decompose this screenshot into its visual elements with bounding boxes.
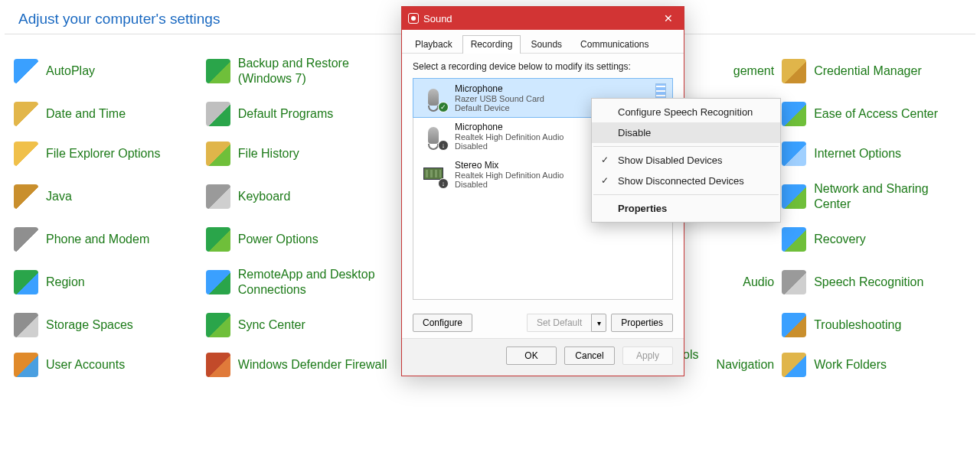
category-icon-wrap — [14, 227, 38, 252]
sound-icon — [408, 13, 419, 24]
category-label[interactable]: Region — [46, 275, 85, 290]
category-icon — [782, 184, 806, 209]
category-icon — [206, 184, 230, 209]
category-icon — [782, 313, 806, 337]
properties-button[interactable]: Properties — [611, 314, 673, 332]
category-icon — [782, 227, 806, 252]
ok-button[interactable]: OK — [506, 346, 557, 365]
cp-item-recovery[interactable]: Recovery — [782, 224, 966, 255]
category-label[interactable]: Speech Recognition — [814, 275, 923, 290]
category-label[interactable]: Internet Options — [814, 146, 901, 161]
category-label[interactable]: RemoteApp and Desktop Connections — [238, 267, 390, 298]
device-text: MicrophoneRealtek High Definition AudioD… — [455, 122, 564, 151]
cp-item-troubleshooting[interactable]: Troubleshooting — [782, 310, 966, 340]
device-desc: Realtek High Definition Audio — [455, 132, 564, 142]
category-label[interactable]: Sync Center — [238, 317, 305, 333]
category-icon — [14, 227, 38, 252]
set-default-button[interactable]: Set Default — [527, 314, 591, 332]
category-label[interactable]: Java — [46, 189, 72, 204]
category-label[interactable]: Keyboard — [238, 189, 291, 204]
cp-item-work-folders[interactable]: Work Folders — [782, 350, 966, 380]
chevron-down-icon[interactable]: ▾ — [591, 314, 606, 332]
cp-item-java[interactable]: Java — [14, 178, 198, 215]
cancel-button[interactable]: Cancel — [564, 346, 615, 365]
menu-item-show-disconnected-devices[interactable]: Show Disconnected Devices — [592, 171, 780, 191]
device-state: Disabled — [455, 180, 564, 189]
cp-item-power-options[interactable]: Power Options — [206, 224, 390, 255]
category-label-partial[interactable]: Navigation — [717, 357, 775, 373]
cp-item-credential-manager[interactable]: Credential Manager — [782, 53, 966, 89]
category-label[interactable]: User Accounts — [46, 357, 125, 373]
category-label[interactable]: Default Programs — [238, 106, 334, 122]
category-icon — [782, 353, 806, 377]
category-label[interactable]: File Explorer Options — [46, 146, 160, 161]
category-label[interactable]: Backup and Restore (Windows 7) — [238, 56, 390, 86]
cp-item-sync-center[interactable]: Sync Center — [206, 310, 390, 340]
dialog-tabs: PlaybackRecordingSoundsCommunications — [402, 30, 684, 54]
cp-item-speech-recognition[interactable]: Speech Recognition — [782, 264, 966, 301]
cp-item-user-accounts[interactable]: User Accounts — [14, 350, 198, 380]
cp-item-network-and-sharing-center[interactable]: Network and Sharing Center — [782, 178, 966, 215]
category-label-partial[interactable]: gement — [733, 63, 774, 79]
apply-button[interactable]: Apply — [622, 346, 673, 365]
device-state: Default Device — [455, 103, 544, 112]
cp-item-keyboard[interactable]: Keyboard — [206, 178, 390, 215]
microphone-icon — [420, 122, 447, 149]
category-label[interactable]: Phone and Modem — [46, 232, 149, 247]
menu-item-properties[interactable]: Properties — [592, 198, 780, 219]
category-label-partial[interactable]: Audio — [743, 275, 774, 290]
category-icon-wrap — [14, 184, 38, 209]
tab-communications[interactable]: Communications — [572, 35, 657, 54]
category-icon-wrap — [782, 184, 806, 209]
check-icon — [438, 102, 449, 112]
device-desc: Razer USB Sound Card — [455, 94, 544, 103]
category-icon-wrap — [782, 59, 806, 83]
category-icon-wrap — [782, 142, 806, 166]
device-state: Disabled — [455, 142, 564, 151]
dialog-titlebar[interactable]: Sound ✕ — [402, 7, 684, 30]
cp-item-file-explorer-options[interactable]: File Explorer Options — [14, 138, 198, 169]
category-icon — [206, 59, 230, 83]
category-label[interactable]: Power Options — [238, 232, 318, 247]
category-icon — [206, 102, 230, 126]
cp-item-phone-and-modem[interactable]: Phone and Modem — [14, 224, 198, 255]
category-icon-wrap — [206, 59, 230, 83]
cp-item-default-programs[interactable]: Default Programs — [206, 99, 390, 129]
category-label[interactable]: Credential Manager — [814, 63, 922, 79]
set-default-dropdown[interactable]: Set Default ▾ — [527, 314, 606, 332]
cp-item-autoplay[interactable]: AutoPlay — [14, 53, 198, 89]
menu-item-show-disabled-devices[interactable]: Show Disabled Devices — [592, 150, 780, 171]
menu-item-disable[interactable]: Disable — [592, 122, 780, 143]
category-label[interactable]: Windows Defender Firewall — [238, 357, 387, 373]
cp-item-backup-and-restore-windows-7-[interactable]: Backup and Restore (Windows 7) — [206, 53, 390, 89]
cp-item-ease-of-access-center[interactable]: Ease of Access Center — [782, 99, 966, 129]
category-label[interactable]: Recovery — [814, 232, 866, 247]
device-name: Microphone — [455, 122, 564, 132]
cp-item-windows-defender-firewall[interactable]: Windows Defender Firewall — [206, 350, 390, 380]
category-icon-wrap — [14, 102, 38, 126]
category-icon — [782, 59, 806, 83]
category-label[interactable]: Troubleshooting — [814, 317, 901, 333]
category-icon-wrap — [782, 102, 806, 126]
menu-item-configure-speech-recognition[interactable]: Configure Speech Recognition — [592, 102, 780, 122]
tab-recording[interactable]: Recording — [462, 35, 521, 54]
cp-item-internet-options[interactable]: Internet Options — [782, 138, 966, 169]
cp-item-remoteapp-and-desktop-connections[interactable]: RemoteApp and Desktop Connections — [206, 264, 390, 301]
category-label[interactable]: Work Folders — [814, 357, 887, 373]
category-label[interactable]: File History — [238, 146, 299, 161]
cp-item-file-history[interactable]: File History — [206, 138, 390, 169]
configure-button[interactable]: Configure — [413, 314, 472, 332]
category-label[interactable]: Storage Spaces — [46, 317, 133, 333]
disabled-icon — [438, 178, 449, 189]
tab-sounds[interactable]: Sounds — [522, 35, 570, 54]
tab-playback[interactable]: Playback — [407, 35, 461, 54]
close-icon[interactable]: ✕ — [658, 10, 679, 27]
category-label[interactable]: Network and Sharing Center — [814, 181, 966, 212]
category-label-partial[interactable]: ols — [683, 348, 698, 362]
cp-item-region[interactable]: Region — [14, 264, 198, 301]
cp-item-storage-spaces[interactable]: Storage Spaces — [14, 310, 198, 340]
category-label[interactable]: Date and Time — [46, 106, 126, 122]
category-label[interactable]: AutoPlay — [46, 63, 95, 79]
category-label[interactable]: Ease of Access Center — [814, 106, 938, 122]
cp-item-date-and-time[interactable]: Date and Time — [14, 99, 198, 129]
